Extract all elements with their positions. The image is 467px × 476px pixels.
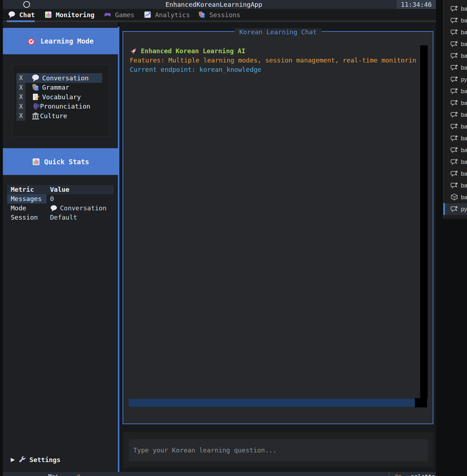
tab-label: Games [115,11,134,19]
file-item-ba[interactable]: ba [443,3,467,15]
chat-sparkle-icon [450,40,458,48]
chat-log-panel[interactable]: Korean Learning Chat Enhanced Korean Lea… [123,31,433,424]
mode-option-conversation[interactable]: XConversation [16,73,102,83]
stats-value-cell: 0 [50,194,54,204]
chat-sparkle-icon [450,134,458,142]
footer-left-fragment: Mai [48,473,59,476]
file-item-ba[interactable]: ba [443,15,467,26]
file-item-ba[interactable]: ba [443,38,467,50]
title-bar: EnhancedKoreanLearningApp 11:34:46 [3,0,436,9]
radio-x-indicator: X [16,83,25,92]
endpoint-message: Current endpoint: korean_knowledge [130,65,420,74]
file-item-ba[interactable]: ba [443,109,467,121]
selection-bar [443,203,445,215]
command-palette-icon[interactable] [23,1,30,8]
speech-balloon-icon [8,11,16,19]
app-title: EnhancedKoreanLearningApp [165,0,262,9]
file-item-ba[interactable]: ba [443,50,467,62]
learning-mode-options: XConversationXGrammarXVocabularyXPronunc… [13,64,109,137]
stats-row-messages[interactable]: Messages0 [7,194,114,204]
chat-sparkle-icon [450,0,458,1]
welcome-message-text: Enhanced Korean Learning AI [141,46,245,56]
chat-sparkle-icon [450,146,458,154]
box-icon [450,193,458,201]
rocket-icon [130,47,138,55]
chat-sparkle-icon [450,205,458,213]
footer-divider [389,472,389,476]
tab-sessions[interactable]: Sessions [198,9,240,20]
chat-sparkle-icon [450,170,458,178]
tab-analytics[interactable]: Analytics [144,9,190,20]
chat-input-placeholder: Type your Korean learning question... [133,439,277,461]
file-name: ba [461,6,467,12]
horizontal-scrollbar-thumb[interactable] [129,399,415,407]
chat-sparkle-icon [450,87,458,95]
stats-metric-cell: Messages [7,194,46,204]
stats-row-mode[interactable]: ModeConversation [7,204,114,213]
file-name: py [461,206,467,212]
footer-bar[interactable]: Mai ^ ^p palette [3,472,436,476]
tab-games[interactable]: Games [104,9,134,20]
stats-metric-cell: Session [7,213,46,222]
sidebar: Learning Mode XConversationXGrammarXVoca… [3,22,118,472]
file-item-ba[interactable]: ba [443,180,467,191]
tab-monitoring[interactable]: Monitoring [44,9,94,20]
mode-option-vocabulary[interactable]: XVocabulary [16,92,102,102]
stats-header-metric: Metric [7,185,46,194]
stats-row-session[interactable]: SessionDefault [7,213,114,222]
file-name: ba [461,65,467,71]
file-name: ba [461,88,467,95]
books-icon [31,83,40,91]
classical-building-icon [31,112,40,120]
mode-option-culture[interactable]: XCulture [16,111,102,121]
chat-input[interactable]: Type your Korean learning question... [129,439,428,461]
chat-sparkle-icon [450,5,458,13]
bar-chart-icon [32,157,40,166]
target-icon [27,36,36,46]
mode-option-label: Vocabulary [42,93,81,101]
file-name: ba [461,41,467,47]
tab-chat[interactable]: Chat [8,9,35,20]
vertical-scrollbar[interactable] [420,45,428,398]
chat-sparkle-icon [450,111,458,119]
learning-mode-header: Learning Mode [3,28,118,54]
tab-bar: ChatMonitoringGamesAnalyticsSessions [3,9,436,20]
file-item-py[interactable]: py [443,203,467,215]
chart-increasing-icon [144,11,151,19]
chat-sparkle-icon [450,64,458,72]
quick-stats-header: Quick Stats [3,148,118,175]
radio-x-indicator: X [16,92,25,102]
file-name: ba [461,194,467,201]
learning-mode-title: Learning Mode [40,37,94,45]
file-item-ba[interactable]: ba [443,156,467,168]
settings-collapsible[interactable]: ▶ Settings [11,454,60,465]
file-item-ba[interactable]: ba [443,97,467,109]
file-name: ba [461,135,467,142]
file-name: ba [461,100,467,106]
footer-palette-key: ^p [395,473,402,476]
file-name: ba [461,53,467,59]
mode-option-label: Culture [40,112,67,120]
file-item-ba[interactable]: ba [443,121,467,132]
chat-sparkle-icon [450,0,458,1]
speech-balloon-icon [50,205,58,212]
file-item-ba[interactable]: ba [443,144,467,156]
mode-option-grammar[interactable]: XGrammar [16,83,102,92]
stats-table-header: Metric Value [7,185,114,194]
file-item-ba[interactable]: ba [443,168,467,180]
file-item-ba[interactable]: ba [443,191,467,203]
file-item-py[interactable]: py [443,74,467,85]
file-item-ba[interactable]: ba [443,132,467,144]
file-name: py [461,76,467,83]
speaking-head-icon [31,102,40,110]
file-item-ba[interactable]: ba [443,62,467,74]
file-name: ba [461,147,467,154]
mode-option-pronunciation[interactable]: XPronunciation [16,102,102,111]
bar-chart-icon [32,157,40,166]
quick-stats-table: Metric Value Messages0ModeConversationSe… [7,185,114,222]
welcome-message: Enhanced Korean Learning AI [130,46,420,56]
stats-header-value: Value [50,185,69,194]
file-item-ba[interactable]: ba [443,85,467,97]
file-name: ba [461,171,467,177]
file-item-ba[interactable]: ba [443,26,467,38]
